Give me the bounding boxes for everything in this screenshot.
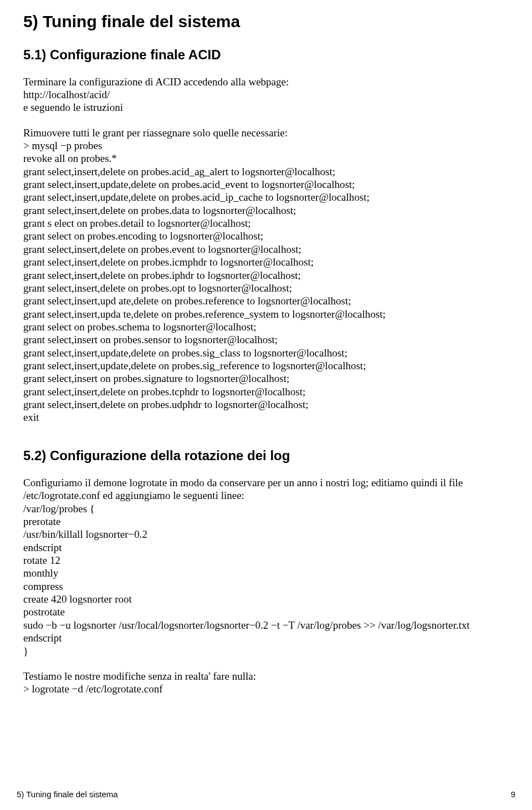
heading-h2-logrotate: 5.2) Configurazione della rotazione dei … xyxy=(23,447,509,464)
paragraph-logrotate-config: Configuriamo il demone logrotate in modo… xyxy=(23,476,509,658)
footer-page-number: 9 xyxy=(511,789,515,799)
heading-h1: 5) Tuning finale del sistema xyxy=(23,11,509,32)
page-footer: 5) Tuning finale del sistema 9 xyxy=(17,789,515,799)
footer-left: 5) Tuning finale del sistema xyxy=(17,789,118,799)
paragraph-intro-acid: Terminare la configurazione di ACID acce… xyxy=(23,75,509,114)
paragraph-logrotate-test: Testiamo le nostre modifiche senza in re… xyxy=(23,670,509,696)
page: 5) Tuning finale del sistema 5.1) Config… xyxy=(0,0,532,810)
heading-h2-acid: 5.1) Configurazione finale ACID xyxy=(23,47,509,63)
paragraph-sql-grants: Rimuovere tutti le grant per riassegnare… xyxy=(23,126,509,424)
